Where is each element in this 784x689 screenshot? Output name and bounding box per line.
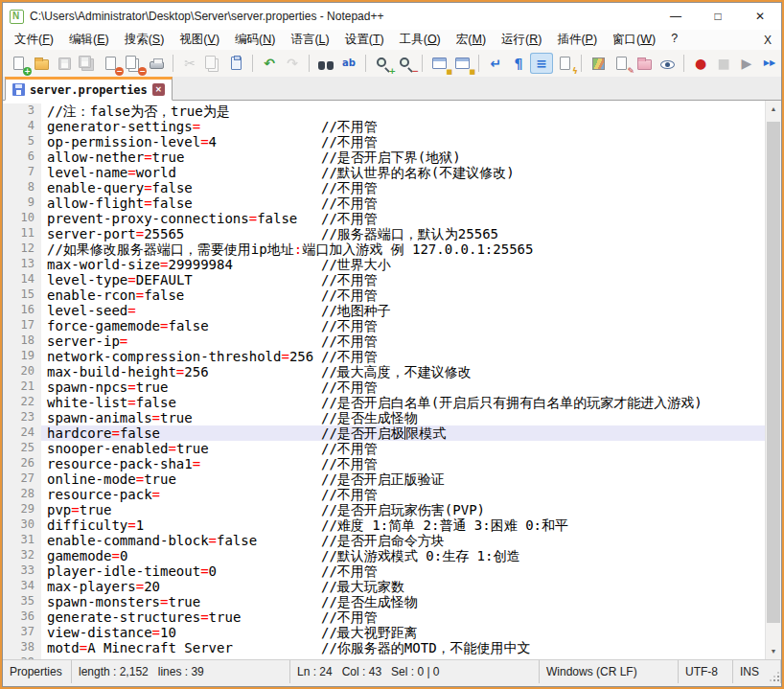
editor-line[interactable]: 14level-type=DEFAULT//不用管 bbox=[3, 272, 765, 287]
redo-icon[interactable]: ↷ bbox=[281, 53, 304, 74]
resize-grip-icon[interactable] bbox=[770, 672, 779, 681]
cut-icon[interactable]: ✂ bbox=[178, 53, 201, 74]
line-number[interactable]: 22 bbox=[3, 395, 41, 410]
minimize-button[interactable]: — bbox=[655, 3, 697, 30]
close-all-files-icon[interactable]: − bbox=[122, 53, 145, 74]
replace-icon[interactable]: ab bbox=[337, 53, 360, 74]
line-number[interactable]: 37 bbox=[3, 625, 41, 640]
save-all-icon[interactable] bbox=[76, 53, 99, 74]
editor-line[interactable]: 11server-port=25565//服务器端口，默认为25565 bbox=[3, 226, 765, 241]
line-number[interactable]: 15 bbox=[3, 287, 41, 303]
line-number[interactable]: 24 bbox=[3, 425, 41, 441]
macro-play-icon[interactable]: ▶ bbox=[735, 53, 758, 74]
line-number[interactable]: 16 bbox=[3, 303, 41, 318]
print-icon[interactable] bbox=[145, 53, 168, 74]
menu-search[interactable]: 搜索(S) bbox=[117, 30, 173, 50]
line-number[interactable]: 5 bbox=[3, 134, 41, 149]
editor-line[interactable]: 16level-seed=//地图种子 bbox=[3, 303, 765, 318]
find-icon[interactable] bbox=[314, 53, 337, 74]
line-number[interactable]: 6 bbox=[3, 149, 41, 165]
line-number[interactable]: 19 bbox=[3, 349, 41, 364]
line-number[interactable]: 7 bbox=[3, 165, 41, 180]
scroll-down-icon[interactable]: ▼ bbox=[766, 643, 781, 659]
editor-line[interactable]: 18server-ip=//不用管 bbox=[3, 333, 765, 349]
paste-icon[interactable] bbox=[224, 53, 247, 74]
line-number[interactable]: 13 bbox=[3, 257, 41, 272]
macro-save-icon[interactable] bbox=[781, 53, 782, 74]
editor[interactable]: 3//注：false为否，true为是4generator-settings=/… bbox=[3, 101, 781, 659]
editor-line[interactable]: 5op-permission-level=4//不用管 bbox=[3, 134, 765, 149]
editor-line[interactable]: 10prevent-proxy-connections=false//不用管 bbox=[3, 211, 765, 226]
document-list-icon[interactable]: ✎ bbox=[610, 53, 633, 74]
editor-line[interactable]: 17force-gamemode=false//不用管 bbox=[3, 318, 765, 333]
editor-line[interactable]: 25snooper-enabled=true//不用管 bbox=[3, 441, 765, 456]
monitoring-icon[interactable] bbox=[656, 53, 679, 74]
scroll-up-icon[interactable]: ▲ bbox=[766, 101, 781, 117]
editor-line[interactable]: 4generator-settings=//不用管 bbox=[3, 119, 765, 134]
editor-line[interactable]: 30difficulty=1//难度 1:简单 2:普通 3:困难 0:和平 bbox=[3, 517, 765, 533]
line-number[interactable]: 10 bbox=[3, 211, 41, 226]
line-number[interactable]: 17 bbox=[3, 318, 41, 333]
menu-language[interactable]: 语言(L) bbox=[283, 30, 336, 50]
menu-view[interactable]: 视图(V) bbox=[172, 30, 227, 50]
line-number[interactable]: 23 bbox=[3, 410, 41, 425]
line-number[interactable]: 32 bbox=[3, 548, 41, 563]
menu-plugins[interactable]: 插件(P) bbox=[549, 30, 605, 50]
menu-encoding[interactable]: 编码(N) bbox=[227, 30, 283, 50]
vertical-scrollbar[interactable]: ▲ ▼ bbox=[765, 101, 781, 659]
editor-line[interactable]: 37view-distance=10//最大视野距离 bbox=[3, 625, 765, 640]
editor-line[interactable]: 9allow-flight=false//不用管 bbox=[3, 195, 765, 211]
line-number[interactable]: 26 bbox=[3, 456, 41, 471]
line-number[interactable]: 25 bbox=[3, 441, 41, 456]
sync-vertical-icon[interactable]: ■ bbox=[427, 53, 450, 74]
editor-line[interactable]: 12//如果修改服务器端口，需要使用ip地址:端口加入游戏 例 127.0.0.… bbox=[3, 241, 765, 257]
line-number[interactable]: 18 bbox=[3, 333, 41, 349]
tab-server-properties[interactable]: server.properties ✕ bbox=[5, 77, 173, 101]
zoom-in-icon[interactable]: + bbox=[371, 53, 394, 74]
line-number[interactable]: 21 bbox=[3, 379, 41, 395]
undo-icon[interactable]: ↶ bbox=[258, 53, 281, 74]
editor-line[interactable]: 29pvp=true//是否开启玩家伤害(PVP) bbox=[3, 502, 765, 517]
menu-settings[interactable]: 设置(T) bbox=[337, 30, 392, 50]
sync-horizontal-icon[interactable]: ■ bbox=[450, 53, 473, 74]
menu-macro[interactable]: 宏(M) bbox=[449, 30, 494, 50]
menu-window[interactable]: 窗口(W) bbox=[605, 30, 663, 50]
line-number[interactable]: 34 bbox=[3, 579, 41, 594]
scrollbar-thumb[interactable] bbox=[767, 122, 780, 623]
folder-as-workspace-icon[interactable] bbox=[633, 53, 656, 74]
menu-help[interactable]: ? bbox=[663, 30, 685, 50]
line-number[interactable]: 33 bbox=[3, 563, 41, 579]
close-document-button[interactable]: X bbox=[754, 34, 781, 47]
editor-line[interactable]: 8enable-query=false//不用管 bbox=[3, 180, 765, 195]
indent-guide-icon[interactable]: ≡ bbox=[530, 53, 553, 74]
show-all-characters-icon[interactable]: ¶ bbox=[507, 53, 530, 74]
editor-line[interactable]: 23spawn-animals=true//是否生成怪物 bbox=[3, 410, 765, 425]
tab-close-icon[interactable]: ✕ bbox=[152, 83, 165, 96]
line-number[interactable]: 28 bbox=[3, 487, 41, 502]
save-icon[interactable] bbox=[53, 53, 76, 74]
macro-record-icon[interactable]: ● bbox=[689, 53, 712, 74]
function-highlight-icon[interactable]: ϟ bbox=[553, 53, 576, 74]
line-number[interactable]: 27 bbox=[3, 471, 41, 487]
macro-stop-icon[interactable]: ■ bbox=[712, 53, 735, 74]
maximize-button[interactable]: □ bbox=[697, 3, 739, 30]
editor-line[interactable]: 20max-build-height=256//最大高度，不建议修改 bbox=[3, 364, 765, 379]
open-folder-icon[interactable] bbox=[30, 53, 53, 74]
editor-line[interactable]: 33player-idle-timeout=0//不用管 bbox=[3, 563, 765, 579]
zoom-out-icon[interactable]: − bbox=[394, 53, 417, 74]
line-number[interactable]: 31 bbox=[3, 533, 41, 548]
editor-line[interactable]: 3//注：false为否，true为是 bbox=[3, 103, 765, 119]
line-number[interactable]: 20 bbox=[3, 364, 41, 379]
editor-line[interactable]: 27online-mode=true//是否开启正版验证 bbox=[3, 471, 765, 487]
editor-line[interactable]: 32gamemode=0//默认游戏模式 0:生存 1:创造 bbox=[3, 548, 765, 563]
editor-line[interactable]: 34max-players=20//最大玩家数 bbox=[3, 579, 765, 594]
menu-tools[interactable]: 工具(O) bbox=[392, 30, 449, 50]
editor-line[interactable]: 35spawn-monsters=true//是否生成怪物 bbox=[3, 594, 765, 609]
line-number[interactable]: 14 bbox=[3, 272, 41, 287]
line-number[interactable]: 30 bbox=[3, 517, 41, 533]
editor-line[interactable]: 31enable-command-block=false//是否开启命令方块 bbox=[3, 533, 765, 548]
line-number[interactable]: 35 bbox=[3, 594, 41, 609]
editor-line[interactable]: 7level-name=world//默认世界的名称(不建议修改) bbox=[3, 165, 765, 180]
editor-line[interactable]: 6allow-nether=true//是否开启下界(地狱) bbox=[3, 149, 765, 165]
line-number[interactable]: 4 bbox=[3, 119, 41, 134]
